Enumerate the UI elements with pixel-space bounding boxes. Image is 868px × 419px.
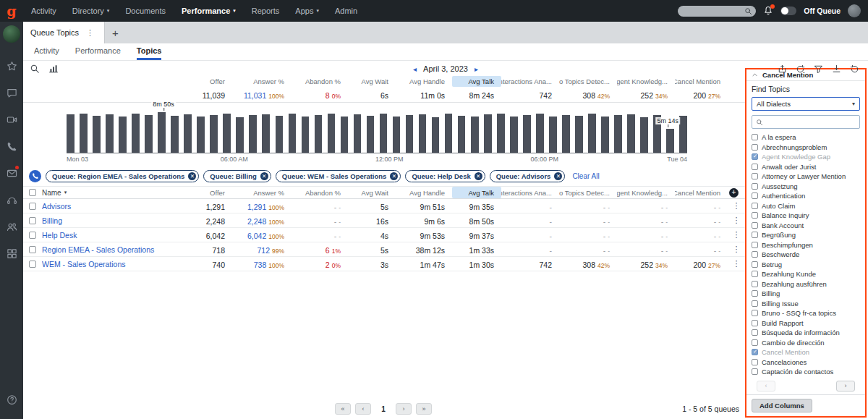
chart-bar[interactable] xyxy=(354,114,362,153)
chart-view-icon[interactable] xyxy=(48,64,59,74)
chat-icon[interactable] xyxy=(0,80,23,106)
column-header-answer[interactable]: Answer % xyxy=(232,187,292,198)
column-header-no-topics-detec[interactable]: No Topics Detec... xyxy=(559,187,617,198)
chart-bar[interactable] xyxy=(458,116,466,153)
column-header-avg-talk[interactable]: Avg Talk xyxy=(452,187,501,198)
topic-item[interactable]: Abrechnungsproblem xyxy=(752,143,860,153)
column-header-avg-talk[interactable]: Avg Talk xyxy=(452,76,501,87)
row-checkbox[interactable] xyxy=(29,203,36,210)
filter-chip[interactable]: Queue: Region EMEA - Sales Operations✕ xyxy=(46,170,199,182)
filter-chip[interactable]: Queue: Help Desk✕ xyxy=(405,170,485,182)
chart-bar[interactable] xyxy=(536,114,544,153)
favorites-icon[interactable] xyxy=(0,53,23,80)
topic-item[interactable]: Anwalt oder Jurist xyxy=(752,162,860,172)
remove-chip-icon[interactable]: ✕ xyxy=(475,172,482,180)
column-header-interactions-ana[interactable]: Interactions Ana... xyxy=(501,76,559,87)
row-kebab-icon[interactable]: ⋮ xyxy=(728,201,745,211)
topic-item[interactable]: Billing Issue xyxy=(752,299,860,309)
column-header-cancel-mention[interactable]: Cancel Mention xyxy=(675,76,728,87)
topic-checkbox[interactable] xyxy=(752,339,758,346)
filter-chip[interactable]: Queue: Advisors✕ xyxy=(490,170,566,182)
topic-checkbox[interactable] xyxy=(752,153,758,160)
filter-chip[interactable]: Queue: Billing✕ xyxy=(203,170,271,182)
topic-checkbox[interactable] xyxy=(752,134,758,140)
chart-bar[interactable] xyxy=(289,114,297,153)
topic-item[interactable]: Authentication xyxy=(752,191,860,201)
topic-checkbox[interactable] xyxy=(752,281,758,287)
nav-item-performance[interactable]: Performance▾ xyxy=(174,0,244,22)
chart-bar[interactable] xyxy=(249,115,257,153)
topic-checkbox[interactable] xyxy=(752,329,758,336)
topic-item[interactable]: Bank Account xyxy=(752,221,860,231)
chart-bar[interactable] xyxy=(627,114,635,153)
chart-bar[interactable] xyxy=(315,115,323,153)
nav-item-directory[interactable]: Directory▾ xyxy=(64,0,118,22)
topic-checkbox[interactable] xyxy=(752,359,758,365)
column-header-name[interactable]: Name ▾ xyxy=(42,189,171,197)
topic-item[interactable]: Cambio de dirección xyxy=(752,338,860,348)
topic-item[interactable]: Balance Inquiry xyxy=(752,211,860,221)
queue-name-link[interactable]: Advisors xyxy=(42,202,171,211)
page-button[interactable]: ‹ xyxy=(355,403,371,415)
row-checkbox[interactable] xyxy=(29,232,36,239)
topic-checkbox[interactable] xyxy=(752,183,758,190)
topic-item[interactable]: Cancel Mention xyxy=(752,347,860,357)
chart-bar[interactable] xyxy=(341,117,349,153)
panel-prev-button[interactable]: ‹ xyxy=(757,381,775,392)
chart-bar[interactable] xyxy=(432,117,440,153)
select-all-checkbox[interactable] xyxy=(29,189,36,196)
topic-checkbox[interactable] xyxy=(752,261,758,268)
profile-avatar[interactable] xyxy=(3,25,20,43)
subtab-performance[interactable]: Performance xyxy=(75,46,121,60)
chart-bar[interactable] xyxy=(328,114,336,153)
topic-item[interactable]: Build Rapport xyxy=(752,318,860,329)
topic-checkbox[interactable] xyxy=(752,349,758,355)
topic-checkbox[interactable] xyxy=(752,242,758,248)
queue-status-toggle[interactable] xyxy=(780,7,796,15)
topic-checkbox[interactable] xyxy=(752,203,758,209)
chart-bar[interactable] xyxy=(171,116,179,153)
row-kebab-icon[interactable]: ⋮ xyxy=(728,230,745,240)
chart-bar[interactable] xyxy=(132,114,140,153)
topic-item[interactable]: Captación de contactos xyxy=(752,367,860,377)
chart-bar[interactable] xyxy=(588,114,596,153)
topic-checkbox[interactable] xyxy=(752,300,758,307)
page-button[interactable]: « xyxy=(335,403,351,415)
chart-bar[interactable] xyxy=(80,114,88,153)
topic-item[interactable]: Beschimpfungen xyxy=(752,240,860,250)
topic-checkbox[interactable] xyxy=(752,290,758,297)
topic-item[interactable]: Bruno - SSQ fr-ca topics xyxy=(752,308,860,318)
chart-bar[interactable] xyxy=(640,117,648,153)
contacts-icon[interactable] xyxy=(0,213,23,240)
add-column-button[interactable]: + xyxy=(729,188,739,198)
topic-item[interactable]: Cancelaciones xyxy=(752,357,860,368)
topic-checkbox[interactable] xyxy=(752,310,758,316)
column-header-agent-knowledg[interactable]: Agent Knowledg... xyxy=(617,187,675,198)
row-checkbox[interactable] xyxy=(29,246,36,253)
filter-icon[interactable] xyxy=(814,64,823,74)
filter-chip[interactable]: Queue: WEM - Sales Operations✕ xyxy=(276,170,401,182)
interactions-icon[interactable] xyxy=(0,187,23,213)
topic-checkbox[interactable] xyxy=(752,222,758,229)
download-icon[interactable] xyxy=(832,64,841,74)
chart-bar[interactable] xyxy=(184,114,192,153)
queue-name-link[interactable]: Help Desk xyxy=(42,231,171,240)
topic-item[interactable]: Auto Claim xyxy=(752,201,860,211)
chart-bar[interactable] xyxy=(549,117,557,153)
remove-chip-icon[interactable]: ✕ xyxy=(554,172,562,180)
help-icon[interactable] xyxy=(0,386,23,413)
chart-bar[interactable] xyxy=(497,114,505,153)
genesys-logo-icon[interactable]: g xyxy=(0,0,23,22)
inbox-icon[interactable] xyxy=(0,160,23,187)
chart-bar[interactable] xyxy=(679,116,687,153)
subtab-topics[interactable]: Topics xyxy=(137,46,162,60)
chart-bar[interactable] xyxy=(302,117,310,153)
nav-item-activity[interactable]: Activity xyxy=(23,0,64,22)
clear-all-link[interactable]: Clear All xyxy=(572,172,599,180)
dialect-select[interactable]: All Dialects ▾ xyxy=(752,97,860,111)
export-icon[interactable] xyxy=(778,64,787,74)
chart-bar[interactable] xyxy=(367,116,375,153)
topic-checkbox[interactable] xyxy=(752,320,758,326)
topic-search-input[interactable] xyxy=(766,118,856,126)
chart-bar[interactable] xyxy=(210,115,218,153)
